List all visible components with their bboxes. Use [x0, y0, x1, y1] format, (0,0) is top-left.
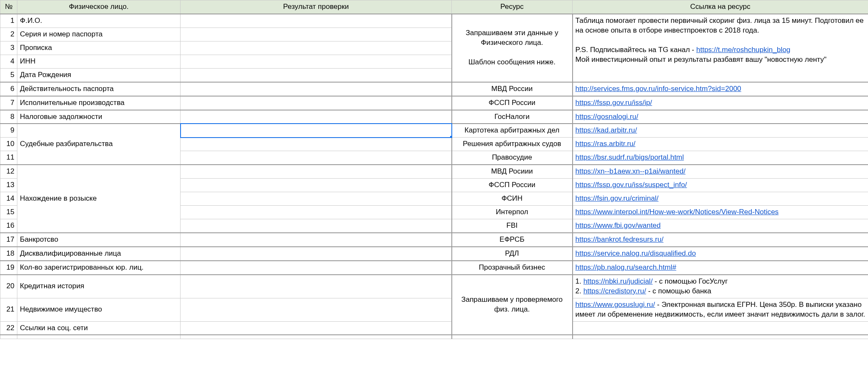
link[interactable]: https://bsr.sudrf.ru/bigs/portal.html: [576, 153, 684, 161]
row-num: 17: [0, 233, 17, 247]
cell-resource[interactable]: ФСИН: [452, 192, 573, 206]
cell[interactable]: Налоговые задолжности: [17, 110, 181, 124]
cell-resource[interactable]: Решения арбитражных судов: [452, 138, 573, 151]
cell[interactable]: Банкротсво: [17, 233, 181, 247]
cell-resource-group1[interactable]: Запрашиваем эти данные у Физического лиц…: [452, 14, 573, 82]
link[interactable]: https://www.interpol.int/How-we-work/Not…: [576, 208, 779, 216]
cell-link[interactable]: [573, 321, 868, 335]
cell-result[interactable]: [181, 321, 452, 335]
cell-resource[interactable]: ФССП России: [452, 96, 573, 110]
cell[interactable]: [17, 335, 181, 339]
cell-resource[interactable]: Прозрачный бизнес: [452, 261, 573, 275]
cell[interactable]: Серия и номер паспорта: [17, 28, 181, 41]
cell-resource[interactable]: Интерпол: [452, 206, 573, 219]
cell-result[interactable]: [181, 41, 452, 55]
credit-link2[interactable]: https://credistory.ru/: [583, 287, 646, 295]
credit-p1: 1.: [576, 277, 584, 285]
cell-result[interactable]: [181, 96, 452, 110]
cell-link[interactable]: https://www.interpol.int/How-we-work/Not…: [573, 206, 868, 219]
cell-link[interactable]: https://fsin.gov.ru/criminal/: [573, 192, 868, 206]
cell[interactable]: [452, 335, 573, 339]
cell-link[interactable]: https://gosnalogi.ru/: [573, 110, 868, 124]
cell-resource[interactable]: МВД России: [452, 82, 573, 96]
cell[interactable]: Недвижимое имущество: [17, 298, 181, 321]
cell-result[interactable]: [181, 14, 452, 28]
realestate-link[interactable]: https://www.gosuslugi.ru/: [576, 301, 655, 309]
cell-resource[interactable]: ЕФРСБ: [452, 233, 573, 247]
cell-resource[interactable]: ГосНалоги: [452, 110, 573, 124]
link[interactable]: https://pb.nalog.ru/search.html#: [576, 263, 676, 271]
cell-result[interactable]: [181, 261, 452, 275]
link[interactable]: https://fsin.gov.ru/criminal/: [576, 194, 659, 202]
cell[interactable]: Дата Рождения: [17, 68, 181, 82]
cell-resource[interactable]: Картотека арбитражных дел: [452, 124, 573, 137]
cell-result[interactable]: [181, 247, 452, 261]
cell[interactable]: Ссылки на соц. сети: [17, 321, 181, 335]
link[interactable]: https://ras.arbitr.ru/: [576, 140, 636, 148]
cell-resource[interactable]: Правосудие: [452, 151, 573, 165]
cell-link[interactable]: https://www.fbi.gov/wanted: [573, 219, 868, 233]
cell-resource[interactable]: РДЛ: [452, 247, 573, 261]
cell-realestate[interactable]: https://www.gosuslugi.ru/ - Электронная …: [573, 298, 868, 321]
cell-result[interactable]: [181, 165, 452, 178]
cell[interactable]: Действительность паспорта: [17, 82, 181, 96]
link[interactable]: https://xn--b1aew.xn--p1ai/wanted/: [576, 167, 686, 175]
cell[interactable]: Прописка: [17, 41, 181, 55]
cell-result[interactable]: [181, 151, 452, 165]
selected-cell[interactable]: [181, 124, 452, 137]
row-num: 13: [0, 179, 17, 192]
cell-link[interactable]: http://services.fms.gov.ru/info-service.…: [573, 82, 868, 96]
cell-credit[interactable]: 1. https://nbki.ru/judicial/ - с помощью…: [573, 275, 868, 298]
cell-link[interactable]: https://bankrot.fedresurs.ru/: [573, 233, 868, 247]
cell-result[interactable]: [181, 206, 452, 219]
cell-result[interactable]: [181, 138, 452, 151]
cell[interactable]: [181, 335, 452, 339]
cell-link[interactable]: https://xn--b1aew.xn--p1ai/wanted/: [573, 165, 868, 178]
cell[interactable]: Кол-во зарегистрированных юр. лиц.: [17, 261, 181, 275]
cell-link[interactable]: https://fssp.gov.ru/iss/suspect_info/: [573, 179, 868, 192]
cell-fio[interactable]: Ф.И.О.: [17, 14, 181, 28]
cell-result[interactable]: [181, 55, 452, 68]
cell-link[interactable]: https://pb.nalog.ru/search.html#: [573, 261, 868, 275]
cell[interactable]: ИНН: [17, 55, 181, 68]
row-num: 4: [0, 55, 17, 68]
cell[interactable]: Нахождение в розыске: [17, 165, 181, 233]
link[interactable]: https://fssp.gov.ru/iss/ip/: [576, 99, 652, 107]
cell-link[interactable]: https://kad.arbitr.ru/: [573, 124, 868, 137]
link[interactable]: https://gosnalogi.ru/: [576, 113, 638, 121]
cell-result[interactable]: [181, 298, 452, 321]
link[interactable]: http://services.fms.gov.ru/info-service.…: [576, 85, 741, 93]
cell[interactable]: Исполнительные производства: [17, 96, 181, 110]
cell-result[interactable]: [181, 219, 452, 233]
link[interactable]: https://www.fbi.gov/wanted: [576, 221, 661, 229]
cell-result[interactable]: [181, 28, 452, 41]
intro-link[interactable]: https://t.me/roshchupkin_blog: [696, 46, 790, 54]
cell-result[interactable]: [181, 233, 452, 247]
row-num: 3: [0, 41, 17, 55]
cell-resource-group20[interactable]: Запрашиваем у проверяемого физ. лица.: [452, 275, 573, 335]
cell-result[interactable]: [181, 275, 452, 298]
cell-intro[interactable]: Таблица помогает провести первичный скор…: [573, 14, 868, 82]
cell-resource[interactable]: ФССП России: [452, 179, 573, 192]
cell-result[interactable]: [181, 192, 452, 206]
cell-resource[interactable]: FBI: [452, 219, 573, 233]
cell-resource[interactable]: МВД Росиии: [452, 165, 573, 178]
cell-link[interactable]: https://bsr.sudrf.ru/bigs/portal.html: [573, 151, 868, 165]
cell-result[interactable]: [181, 110, 452, 124]
link[interactable]: https://kad.arbitr.ru/: [576, 126, 637, 134]
cell[interactable]: [573, 335, 868, 339]
link[interactable]: https://service.nalog.ru/disqualified.do: [576, 249, 696, 257]
cell-link[interactable]: https://fssp.gov.ru/iss/ip/: [573, 96, 868, 110]
credit-link1[interactable]: https://nbki.ru/judicial/: [583, 277, 652, 285]
cell-link[interactable]: https://ras.arbitr.ru/: [573, 138, 868, 151]
cell-result[interactable]: [181, 68, 452, 82]
cell[interactable]: Кредитная история: [17, 275, 181, 298]
link[interactable]: https://fssp.gov.ru/iss/suspect_info/: [576, 181, 687, 189]
cell-result[interactable]: [181, 82, 452, 96]
cell-link[interactable]: https://service.nalog.ru/disqualified.do: [573, 247, 868, 261]
cell[interactable]: Дисквалифицированные лица: [17, 247, 181, 261]
link[interactable]: https://bankrot.fedresurs.ru/: [576, 235, 664, 243]
cell[interactable]: Судебные разбирательства: [17, 124, 181, 165]
cell-result[interactable]: [181, 179, 452, 192]
table-row: 1 Ф.И.О. Запрашиваем эти данные у Физиче…: [0, 14, 868, 28]
